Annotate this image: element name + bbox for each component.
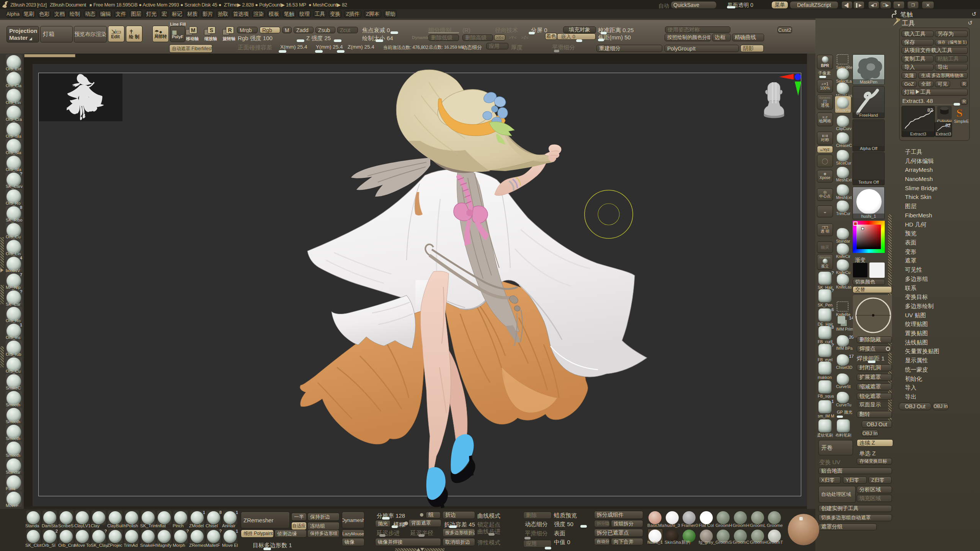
svg-text:S: S <box>956 106 963 119</box>
